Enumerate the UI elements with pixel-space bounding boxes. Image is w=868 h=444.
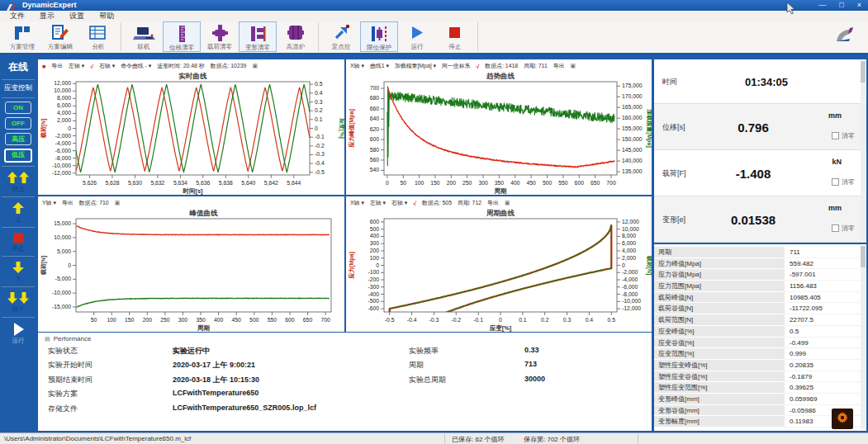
maximize-button[interactable]: □ (839, 0, 843, 11)
settings-gear-button[interactable] (832, 409, 853, 429)
chart-header-item: 波形时间: 20.48 秒 (157, 62, 204, 70)
divider (2, 256, 35, 257)
analyze-button[interactable]: 分析 (79, 21, 117, 52)
limit-protect-button[interactable]: 限位保护 (360, 21, 398, 52)
menu-item-help[interactable]: 帮助 (92, 11, 121, 21)
menu-item-view[interactable]: 显示 (32, 11, 62, 21)
chart-header-item[interactable]: 导出 (51, 62, 63, 70)
furnace-button[interactable]: 高温炉 (277, 21, 315, 52)
menu-item-settings[interactable]: 设置 (62, 11, 92, 21)
svg-text:0: 0 (315, 125, 318, 131)
export-snapshot-icon[interactable]: ▣ (571, 63, 576, 69)
svg-text:5,628: 5,628 (105, 180, 119, 186)
jog-run-button[interactable]: 运行 (0, 319, 36, 347)
close-button[interactable]: × (857, 0, 861, 11)
zero-checkbox[interactable]: 清零 (832, 177, 855, 187)
scrollbar-thumb[interactable] (861, 246, 866, 267)
svg-text:6,000: 6,000 (622, 240, 636, 246)
stop-button[interactable]: 停止 (436, 21, 474, 52)
run-button[interactable]: 运行 (398, 21, 436, 52)
svg-text:-6,000: -6,000 (55, 148, 71, 154)
jog-fast-down-button[interactable]: 快下 (0, 288, 36, 316)
checkmark-icon[interactable]: √ (477, 64, 480, 69)
load-zero-button[interactable]: 载荷清零 (201, 21, 239, 52)
minimize-button[interactable]: — (818, 0, 826, 11)
readout-label: 时间 (662, 76, 677, 87)
checkmark-icon[interactable]: √ (413, 201, 416, 206)
result-label: 塑性应变范围[%] (654, 382, 785, 394)
menu-item-file[interactable]: 文件 (2, 11, 32, 21)
svg-text:-6,000: -6,000 (622, 284, 638, 290)
chart-header-item[interactable]: 右轴 ▾ (99, 62, 115, 70)
chart-header-item: 数据点: 10239 (211, 62, 247, 70)
scrollbar-thumb[interactable] (861, 61, 866, 83)
gear-icon (836, 411, 849, 427)
status-bar: \Users\Administrator\Documents\LCFwithTe… (0, 432, 868, 444)
point-control-button[interactable]: 定点控 (322, 21, 360, 52)
jog-stop-button[interactable]: 停止 (0, 229, 36, 255)
chart-header-item[interactable]: 导出 (62, 199, 74, 207)
field-value: 713 (524, 360, 537, 368)
chart-header-item[interactable]: Y轴 ▾ (42, 199, 56, 207)
svg-text:0: 0 (68, 125, 71, 131)
export-snapshot-icon[interactable]: ▣ (252, 63, 258, 69)
chart-header-item[interactable]: 右轴 ▾ (391, 199, 407, 207)
field-value: 2020-03-18 上午 10:15:30 (173, 375, 259, 385)
chart-header-item[interactable]: X轴 ▾ (350, 62, 364, 70)
deform-zero-button[interactable]: 变形清零 (239, 21, 277, 52)
jog-down-button[interactable]: 下 (0, 257, 36, 286)
result-value: 22707.5 (785, 314, 866, 326)
chart-header-item[interactable]: 同一坐标系 (442, 62, 470, 70)
chart-header-item[interactable]: 导出 (553, 62, 565, 70)
readout-unit: kN (832, 158, 842, 166)
chart-header-item[interactable]: 加载模量[Mpa] ▾ (395, 62, 436, 70)
scheme-edit-button[interactable]: 方案编辑 (41, 21, 79, 52)
realtime-curve-header: ■导出左轴 ▾√右轴 ▾命令曲线 - ▾波形时间: 20.48 秒数据点: 10… (38, 59, 344, 71)
chart-header-item[interactable]: 命令曲线 - ▾ (121, 62, 151, 70)
sidebar-button-low-pressure[interactable]: 低压 (4, 149, 32, 163)
chart-header-item[interactable]: 导出 (487, 199, 499, 207)
zero-checkbox[interactable]: 清零 (832, 224, 855, 233)
readout-label: 载荷[F] (662, 168, 686, 178)
chart-header-item[interactable]: 曲线1 ▾ (370, 62, 389, 70)
zero-checkbox[interactable]: 清零 (832, 131, 855, 140)
scheme-manage-button[interactable]: 方案管理 (3, 21, 41, 52)
sidebar-button-on[interactable]: ON (5, 102, 31, 114)
checkbox-icon[interactable] (832, 178, 839, 186)
svg-text:0.5: 0.5 (608, 317, 616, 323)
chart-header-item[interactable]: 左轴 ▾ (370, 199, 386, 207)
displacement-zero-button[interactable]: 位移清零 (163, 21, 201, 52)
chart-header-item[interactable]: 左轴 ▾ (69, 62, 84, 70)
field-label: 实验开始时间 (48, 360, 92, 371)
svg-text:165,000: 165,000 (622, 104, 643, 110)
svg-text:8,000: 8,000 (622, 233, 636, 239)
result-label: 载荷峰值[N] (654, 292, 785, 304)
jog-up-button[interactable]: 上 (0, 198, 36, 226)
chart-header-item[interactable]: X轴 ▾ (350, 199, 364, 207)
scrollbar[interactable] (861, 61, 866, 241)
export-snapshot-icon[interactable]: ▣ (505, 200, 510, 206)
svg-text:-5,000: -5,000 (55, 276, 71, 281)
readout-time: 时间01:34:05 (654, 59, 866, 104)
stop-icon (445, 22, 465, 43)
scrollbar[interactable] (861, 246, 866, 429)
sidebar-button-off[interactable]: OFF (5, 117, 31, 130)
export-snapshot-icon[interactable]: ▣ (115, 200, 121, 206)
checkmark-icon[interactable]: √ (90, 64, 93, 69)
connect-button[interactable]: 联机 (125, 21, 163, 52)
result-value: -597.001 (785, 269, 866, 281)
chart-header-item: 周期: 712 (458, 199, 481, 207)
right-axis-label: 载荷[N] (646, 256, 652, 276)
toolbar-label: 方案编辑 (48, 43, 73, 50)
jog-fast-up-button[interactable]: 快上 (0, 168, 36, 196)
svg-text:-4,000: -4,000 (622, 276, 638, 282)
chart-cycle-panel: X轴 ▾左轴 ▾右轴 ▾√数据点: 505周期: 712导出▣周期曲线60050… (346, 196, 652, 332)
right-axis-label: 应变[%] (339, 118, 344, 139)
checkbox-icon[interactable] (832, 132, 839, 139)
result-value: -0.499 (785, 338, 866, 349)
table-row: 载荷峰值[N]10985.405 (654, 292, 866, 304)
svg-text:-0.3: -0.3 (429, 317, 439, 323)
sidebar-button-high-pressure[interactable]: 高压 (5, 133, 31, 145)
svg-text:400: 400 (214, 317, 224, 323)
checkbox-icon[interactable] (832, 224, 839, 232)
